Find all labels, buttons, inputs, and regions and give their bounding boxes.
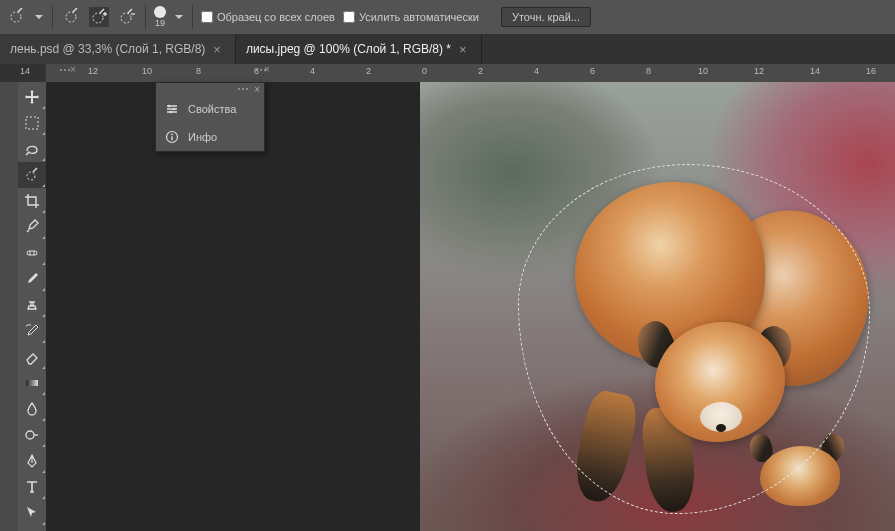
ruler-mark: 8 bbox=[196, 66, 201, 76]
options-bar: 19 Образец со всех слоев Усилить автомат… bbox=[0, 0, 895, 34]
close-icon[interactable]: × bbox=[254, 84, 260, 95]
brush-dot-icon bbox=[154, 6, 166, 18]
svg-point-11 bbox=[170, 111, 173, 114]
svg-point-5 bbox=[27, 172, 35, 180]
svg-rect-6 bbox=[27, 251, 37, 255]
properties-icon bbox=[164, 101, 180, 117]
chevron-down-icon[interactable] bbox=[34, 12, 44, 22]
toolbar bbox=[18, 82, 46, 531]
tool-move[interactable] bbox=[18, 84, 46, 110]
panel-item-label: Свойства bbox=[188, 103, 236, 115]
new-selection-mode[interactable] bbox=[61, 7, 81, 27]
close-icon[interactable]: × bbox=[264, 64, 270, 75]
grip-icon[interactable] bbox=[238, 88, 248, 90]
divider bbox=[52, 5, 53, 29]
left-ruler[interactable] bbox=[0, 82, 18, 531]
ruler-mark: 4 bbox=[534, 66, 539, 76]
tool-pen[interactable] bbox=[18, 448, 46, 474]
checkbox-label: Усилить автоматически bbox=[359, 11, 479, 23]
info-icon bbox=[164, 129, 180, 145]
ruler-mark: 4 bbox=[310, 66, 315, 76]
tool-eraser[interactable] bbox=[18, 344, 46, 370]
checkbox-label: Образец со всех слоев bbox=[217, 11, 335, 23]
tool-gradient[interactable] bbox=[18, 370, 46, 396]
document-image bbox=[420, 82, 895, 531]
subtract-from-selection-mode[interactable] bbox=[117, 7, 137, 27]
ruler-mark: 2 bbox=[478, 66, 483, 76]
ruler-mark: 10 bbox=[142, 66, 152, 76]
svg-point-2 bbox=[93, 13, 103, 23]
svg-point-0 bbox=[11, 12, 21, 22]
svg-point-10 bbox=[173, 108, 176, 111]
close-icon[interactable]: × bbox=[459, 42, 467, 57]
ruler-mark: 2 bbox=[366, 66, 371, 76]
tab-label: лень.psd @ 33,3% (Слой 1, RGB/8) bbox=[10, 42, 205, 56]
panel-item-info[interactable]: Инфо bbox=[156, 123, 264, 151]
divider bbox=[145, 5, 146, 29]
svg-point-8 bbox=[26, 431, 34, 439]
ruler-mark: 10 bbox=[698, 66, 708, 76]
tool-path-select[interactable] bbox=[18, 500, 46, 526]
checkbox-input[interactable] bbox=[201, 11, 213, 23]
tool-eyedropper[interactable] bbox=[18, 214, 46, 240]
brush-size-picker[interactable]: 19 bbox=[154, 6, 166, 28]
svg-point-3 bbox=[121, 13, 131, 23]
tool-history-brush[interactable] bbox=[18, 318, 46, 344]
ruler-mark: 12 bbox=[754, 66, 764, 76]
tool-type[interactable] bbox=[18, 474, 46, 500]
close-icon[interactable]: × bbox=[213, 42, 221, 57]
brush-size-value: 19 bbox=[155, 18, 165, 28]
ruler-mark: 14 bbox=[810, 66, 820, 76]
panel-item-label: Инфо bbox=[188, 131, 217, 143]
ruler-mark: 6 bbox=[590, 66, 595, 76]
tool-brush[interactable] bbox=[18, 266, 46, 292]
tool-dodge[interactable] bbox=[18, 422, 46, 448]
tool-blur[interactable] bbox=[18, 396, 46, 422]
tool-preset-picker[interactable] bbox=[6, 7, 26, 27]
ruler-mark: 8 bbox=[646, 66, 651, 76]
add-to-selection-mode[interactable] bbox=[89, 7, 109, 27]
svg-point-1 bbox=[66, 12, 76, 22]
tool-lasso[interactable] bbox=[18, 136, 46, 162]
collapsed-panel-strip[interactable]: × Свойства Инфо bbox=[155, 82, 265, 152]
tool-marquee[interactable] bbox=[18, 110, 46, 136]
ruler-mark: 14 bbox=[20, 66, 30, 76]
tool-healing-brush[interactable] bbox=[18, 240, 46, 266]
ruler-mark: 12 bbox=[88, 66, 98, 76]
top-ruler[interactable]: × × 14 12 10 8 6 4 2 0 2 4 6 8 10 12 14 … bbox=[46, 64, 895, 82]
sample-all-layers-checkbox[interactable]: Образец со всех слоев bbox=[201, 11, 335, 23]
tool-crop[interactable] bbox=[18, 188, 46, 214]
tool-quick-select[interactable] bbox=[18, 162, 46, 188]
svg-rect-4 bbox=[26, 117, 38, 129]
tab-label: лисы.jpeg @ 100% (Слой 1, RGB/8) * bbox=[246, 42, 451, 56]
main-area bbox=[0, 82, 895, 531]
tab-document-2[interactable]: лисы.jpeg @ 100% (Слой 1, RGB/8) * × bbox=[236, 34, 482, 64]
tool-clone-stamp[interactable] bbox=[18, 292, 46, 318]
auto-enhance-checkbox[interactable]: Усилить автоматически bbox=[343, 11, 479, 23]
panel-item-properties[interactable]: Свойства bbox=[156, 95, 264, 123]
document-tabs: лень.psd @ 33,3% (Слой 1, RGB/8) × лисы.… bbox=[0, 34, 895, 64]
fox-subject bbox=[520, 172, 860, 502]
chevron-down-icon[interactable] bbox=[174, 12, 184, 22]
ruler-mark: 0 bbox=[422, 66, 427, 76]
close-icon[interactable]: × bbox=[70, 64, 76, 75]
divider bbox=[192, 5, 193, 29]
checkbox-input[interactable] bbox=[343, 11, 355, 23]
svg-point-13 bbox=[171, 133, 173, 135]
svg-point-9 bbox=[168, 105, 171, 108]
panel-header[interactable]: × bbox=[156, 83, 264, 95]
ruler-mark: 16 bbox=[866, 66, 876, 76]
svg-rect-7 bbox=[26, 380, 38, 386]
tab-document-1[interactable]: лень.psd @ 33,3% (Слой 1, RGB/8) × bbox=[0, 34, 236, 64]
panel-collapse-grip[interactable] bbox=[246, 64, 276, 76]
refine-edge-button[interactable]: Уточн. край... bbox=[501, 7, 591, 27]
ruler-mark: 6 bbox=[254, 66, 259, 76]
